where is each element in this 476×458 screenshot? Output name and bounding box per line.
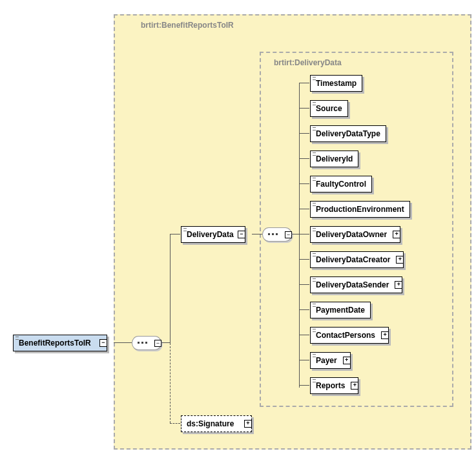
- element-label: PaymentDate: [311, 302, 370, 318]
- element-delivery-data[interactable]: DeliveryData −: [181, 226, 245, 243]
- element-paymentdate[interactable]: PaymentDate: [310, 302, 371, 318]
- element-marker-icon: [313, 304, 316, 307]
- element-label: ContactPersons: [311, 328, 380, 343]
- connector: [299, 83, 309, 83]
- sequence-dots-icon: [268, 233, 281, 236]
- element-label: DeliveryDataCreator: [311, 252, 395, 267]
- element-deliverydatasender[interactable]: DeliveryDataSender+: [310, 276, 402, 293]
- connector: [299, 234, 309, 234]
- element-timestamp[interactable]: Timestamp: [310, 75, 362, 92]
- element-marker-icon: [313, 77, 316, 80]
- element-marker-icon: [183, 228, 187, 231]
- connector: [170, 234, 171, 343]
- element-deliverydataowner[interactable]: DeliveryDataOwner+: [310, 226, 400, 243]
- element-label: Source: [311, 101, 347, 116]
- element-productionenvironment[interactable]: ProductionEnvironment: [310, 201, 410, 218]
- connector: [299, 158, 309, 159]
- sequence-connector-root[interactable]: −: [132, 336, 161, 350]
- connector-dashed: [170, 423, 180, 424]
- connector: [299, 309, 309, 310]
- element-deliverydatacreator[interactable]: DeliveryDataCreator+: [310, 251, 404, 268]
- sequence-connector-deliverydata[interactable]: −: [262, 227, 292, 242]
- connector: [299, 209, 309, 209]
- connector: [252, 234, 262, 234]
- connector: [170, 234, 180, 234]
- outer-namespace-label: brtirt:BenefitReportsToIR: [141, 21, 234, 30]
- collapse-toggle[interactable]: −: [99, 339, 107, 347]
- collapse-toggle[interactable]: −: [238, 231, 245, 238]
- sequence-dots-icon: [138, 342, 150, 344]
- element-label: ds:Signature: [181, 416, 251, 432]
- diagram-canvas: brtirt:BenefitReportsToIR brtirt:Deliver…: [0, 0, 476, 458]
- connector: [299, 259, 309, 260]
- element-label: DeliveryDataOwner: [311, 227, 392, 242]
- element-marker-icon: [313, 278, 316, 282]
- element-marker-icon: [313, 178, 316, 181]
- element-label: FaultyControl: [311, 176, 371, 192]
- element-marker-icon: [313, 228, 316, 231]
- expand-toggle[interactable]: +: [343, 357, 351, 364]
- connector: [161, 342, 170, 343]
- element-deliveryid[interactable]: DeliveryId: [310, 151, 358, 167]
- element-marker-icon: [16, 337, 19, 340]
- connector: [114, 342, 132, 343]
- element-label: ProductionEnvironment: [311, 202, 409, 217]
- connector: [299, 108, 309, 109]
- connector: [299, 385, 309, 386]
- expand-toggle[interactable]: +: [244, 420, 252, 428]
- element-marker-icon: [313, 203, 316, 206]
- element-deliverydatatype[interactable]: DeliveryDataType: [310, 125, 386, 142]
- element-label: DeliveryData: [181, 227, 245, 242]
- element-label: DeliveryId: [311, 151, 358, 167]
- element-contactpersons[interactable]: ContactPersons+: [310, 327, 389, 344]
- element-marker-icon: [313, 329, 316, 332]
- expand-toggle[interactable]: +: [393, 231, 400, 238]
- connector-dashed: [170, 343, 171, 423]
- element-benefit-reports-to-ir[interactable]: BenefitReportsToIR −: [13, 335, 107, 351]
- expand-toggle[interactable]: +: [351, 382, 358, 390]
- element-payer[interactable]: Payer+: [310, 352, 351, 369]
- element-marker-icon: [313, 152, 316, 156]
- element-reports[interactable]: Reports+: [310, 377, 358, 394]
- collapse-toggle[interactable]: −: [154, 340, 161, 347]
- element-label: Timestamp: [311, 76, 362, 91]
- connector: [299, 284, 309, 285]
- connector: [291, 234, 299, 234]
- element-marker-icon: [313, 379, 316, 382]
- connector: [299, 183, 309, 184]
- element-signature[interactable]: ds:Signature +: [181, 415, 252, 432]
- inner-namespace-label: brtirt:DeliveryData: [274, 58, 342, 67]
- element-label: Reports: [311, 378, 350, 393]
- element-marker-icon: [313, 127, 316, 130]
- connector: [299, 83, 300, 388]
- element-marker-icon: [313, 354, 316, 357]
- expand-toggle[interactable]: +: [396, 256, 404, 264]
- connector: [299, 360, 309, 360]
- element-marker-icon: [313, 253, 316, 256]
- element-marker-icon: [313, 102, 316, 105]
- element-faultycontrol[interactable]: FaultyControl: [310, 176, 372, 193]
- connector: [299, 335, 309, 335]
- collapse-toggle[interactable]: −: [285, 231, 292, 238]
- element-label: BenefitReportsToIR: [14, 335, 107, 351]
- connector: [299, 133, 309, 134]
- element-source[interactable]: Source: [310, 100, 348, 117]
- element-label: DeliveryDataType: [311, 126, 386, 141]
- element-label: DeliveryDataSender: [311, 277, 394, 293]
- expand-toggle[interactable]: +: [381, 331, 389, 339]
- expand-toggle[interactable]: +: [395, 281, 402, 289]
